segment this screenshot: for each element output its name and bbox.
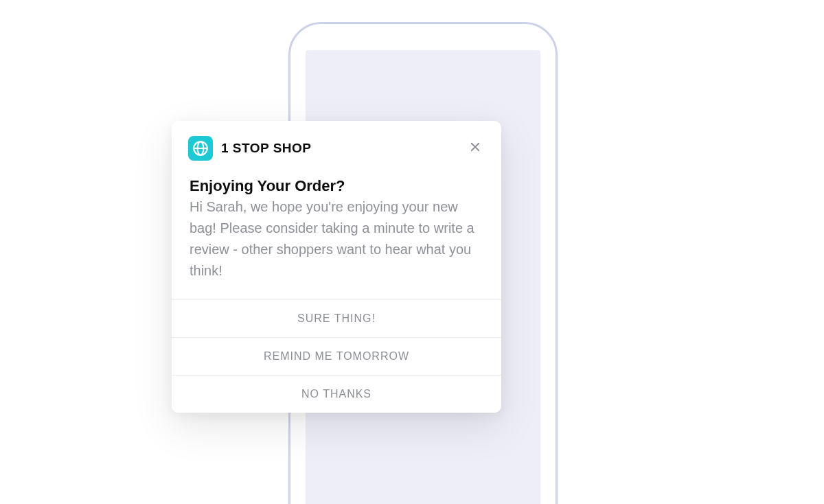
globe-icon <box>188 136 213 161</box>
brand-name: 1 STOP SHOP <box>221 141 312 156</box>
dialog-title: Enjoying Your Order? <box>190 177 483 195</box>
dialog-body: Enjoying Your Order? Hi Sarah, we hope y… <box>172 168 501 299</box>
close-icon <box>469 141 481 153</box>
no-thanks-button[interactable]: NO THANKS <box>172 375 501 413</box>
close-button[interactable] <box>466 137 485 157</box>
dialog-header: 1 STOP SHOP <box>172 121 501 168</box>
dialog-actions: SURE THING! REMIND ME TOMORROW NO THANKS <box>172 299 501 413</box>
brand-row: 1 STOP SHOP <box>188 136 312 161</box>
dialog-message: Hi Sarah, we hope you're enjoying your n… <box>190 196 483 282</box>
remind-tomorrow-button[interactable]: REMIND ME TOMORROW <box>172 337 501 375</box>
sure-thing-button[interactable]: SURE THING! <box>172 299 501 337</box>
review-request-dialog: 1 STOP SHOP Enjoying Your Order? Hi Sara… <box>172 121 501 413</box>
